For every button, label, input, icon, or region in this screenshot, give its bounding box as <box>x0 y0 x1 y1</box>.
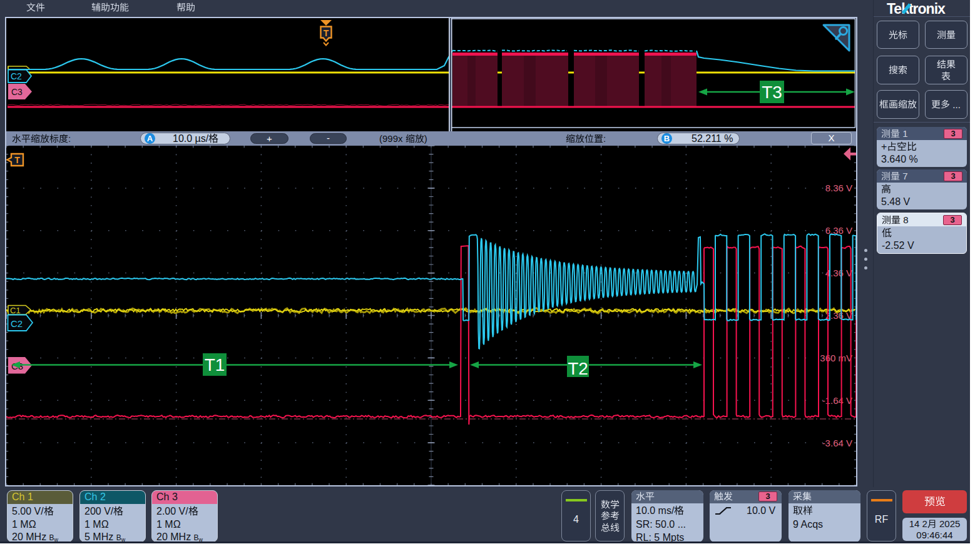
svg-text:T: T <box>324 28 329 38</box>
svg-text:C3: C3 <box>11 87 23 97</box>
svg-text:T2: T2 <box>568 359 588 378</box>
svg-text:T: T <box>14 155 20 165</box>
svg-text:C1: C1 <box>10 306 21 315</box>
svg-text:T3: T3 <box>762 83 782 102</box>
svg-text:C2: C2 <box>11 318 23 329</box>
svg-text:T1: T1 <box>205 355 225 375</box>
svg-text:C2: C2 <box>11 71 22 81</box>
